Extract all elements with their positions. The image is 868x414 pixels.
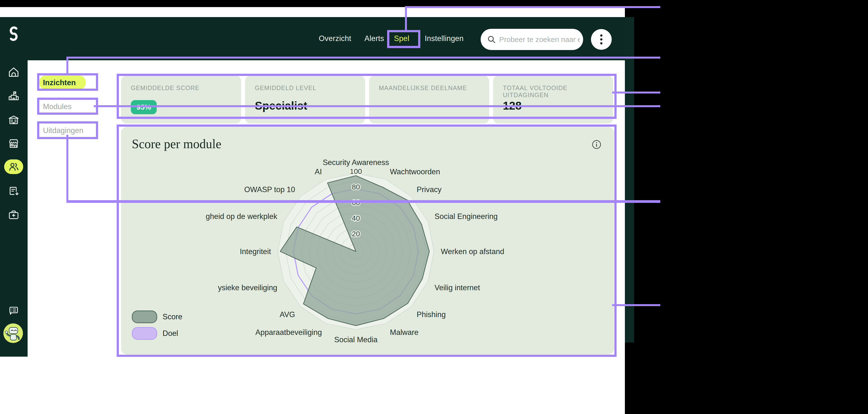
robot-avatar[interactable] [3,323,23,343]
nav-item-overzicht[interactable]: Overzicht [319,34,351,43]
annotation-line-nav [66,57,660,59]
search-icon [487,35,496,44]
first-aid-kit-icon[interactable] [7,209,20,221]
search-input[interactable] [499,35,580,44]
storefront-icon[interactable] [7,137,20,150]
nav-item-alerts[interactable]: Alerts [365,34,384,43]
brand-logo [7,27,20,40]
annotation-connector-chart [612,304,660,306]
search-bar[interactable] [480,29,583,50]
office-building-icon[interactable] [7,113,20,126]
annotation-box-spel [387,30,420,48]
annotation-connector-stats [612,92,660,94]
annotation-connector-uitdagingen [66,135,68,201]
annotation-line-mid [66,200,660,203]
kebab-menu-button[interactable] [591,29,612,50]
annotation-connector-spel [405,6,407,30]
school-building-icon[interactable] [7,89,20,102]
annotation-line-top [405,6,660,8]
document-download-icon[interactable] [7,185,20,197]
annotation-box-modules [37,98,98,115]
annotation-box-stats [117,74,617,119]
annotation-box-chart [117,125,617,357]
annotation-box-inzichten [37,73,98,91]
annotation-line-modules [94,105,660,107]
chat-list-icon[interactable] [7,304,20,317]
window-edge-strip [625,17,634,343]
screenshot-root: { "topnav": { "items": [ {"label": "Over… [0,0,868,414]
annotation-connector-inzichten [66,57,68,73]
home-icon[interactable] [7,66,20,78]
users-icon-active[interactable] [4,159,23,174]
nav-item-instellingen[interactable]: Instellingen [425,34,464,43]
